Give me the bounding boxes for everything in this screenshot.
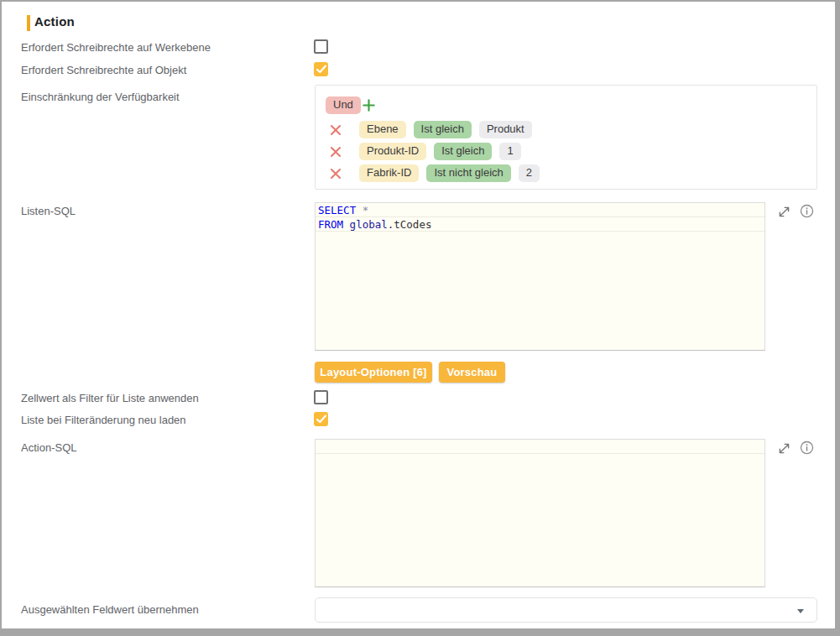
section-accent-bar — [27, 15, 30, 31]
action-sql-editor[interactable] — [315, 439, 765, 587]
condition-operator-chip[interactable]: Ist nicht gleich — [426, 164, 510, 182]
apply-field-value-select[interactable] — [315, 597, 817, 623]
check-icon — [316, 64, 327, 75]
chevron-down-icon — [797, 609, 804, 613]
remove-condition-icon[interactable] — [329, 167, 342, 180]
remove-condition-icon[interactable] — [329, 123, 342, 137]
info-icon[interactable] — [800, 204, 814, 218]
window-frame: Action Erfordert Schreibrechte auf Werke… — [0, 0, 840, 636]
condition-value-chip[interactable]: Produkt — [479, 121, 532, 138]
label-cell-filter: Zellwert als Filter für Liste anwenden — [21, 392, 199, 404]
availability-filter-builder: Und Ebene Ist gleich Produkt Produkt-ID … — [315, 85, 817, 190]
preview-button[interactable]: Vorschau — [439, 362, 505, 383]
filter-condition-row: Fabrik-ID Ist nicht gleich 2 — [329, 164, 540, 182]
layout-options-button[interactable]: Layout-Optionen [6] — [315, 362, 432, 383]
sql-keyword: SELECT — [318, 204, 356, 216]
label-list-sql: Listen-SQL — [21, 205, 76, 217]
checkbox-cell-filter[interactable] — [314, 390, 328, 404]
sql-table: .tCodes — [388, 218, 432, 231]
label-reload-on-filter: Liste bei Filteränderung neu laden — [21, 414, 186, 426]
filter-condition-row: Produkt-ID Ist gleich 1 — [329, 143, 521, 160]
info-icon[interactable] — [800, 441, 814, 455]
condition-operator-chip[interactable]: Ist gleich — [414, 121, 472, 138]
code-line: SELECT* — [316, 203, 764, 217]
checkbox-reload-on-filter[interactable] — [314, 412, 328, 426]
filter-condition-row: Ebene Ist gleich Produkt — [329, 121, 532, 138]
condition-field-chip[interactable]: Fabrik-ID — [359, 164, 419, 182]
expand-editor-icon[interactable] — [777, 441, 791, 456]
sql-keyword: FROM — [318, 218, 343, 231]
check-icon — [316, 414, 327, 425]
condition-field-chip[interactable]: Ebene — [359, 121, 406, 138]
label-availability: Einschränkung der Verfügbarkeit — [21, 91, 180, 103]
code-line — [316, 440, 764, 454]
condition-field-chip[interactable]: Produkt-ID — [359, 143, 426, 160]
list-sql-editor[interactable]: SELECT* FROMglobal.tCodes — [315, 202, 765, 351]
sql-star: * — [363, 204, 369, 216]
page-title: Action — [34, 14, 75, 29]
expand-editor-icon[interactable] — [777, 205, 791, 219]
label-write-object: Erfordert Schreibrechte auf Objekt — [21, 64, 186, 76]
label-apply-field-value: Ausgewählten Feldwert übernehmen — [21, 603, 199, 616]
checkbox-write-object[interactable] — [314, 62, 328, 76]
remove-condition-icon[interactable] — [329, 145, 342, 159]
label-action-sql: Action-SQL — [21, 441, 76, 454]
condition-value-chip[interactable]: 2 — [519, 164, 540, 182]
condition-value-chip[interactable]: 1 — [499, 143, 520, 160]
filter-group-operator-chip[interactable]: Und — [326, 96, 361, 114]
checkbox-write-plant[interactable] — [314, 39, 328, 54]
label-write-plant: Erfordert Schreibrechte auf Werkebene — [21, 41, 211, 54]
add-condition-icon[interactable] — [362, 98, 376, 112]
sql-schema: global — [350, 218, 388, 231]
action-panel: Action Erfordert Schreibrechte auf Werke… — [2, 2, 835, 628]
code-line: FROMglobal.tCodes — [316, 217, 764, 232]
condition-operator-chip[interactable]: Ist gleich — [434, 143, 492, 160]
